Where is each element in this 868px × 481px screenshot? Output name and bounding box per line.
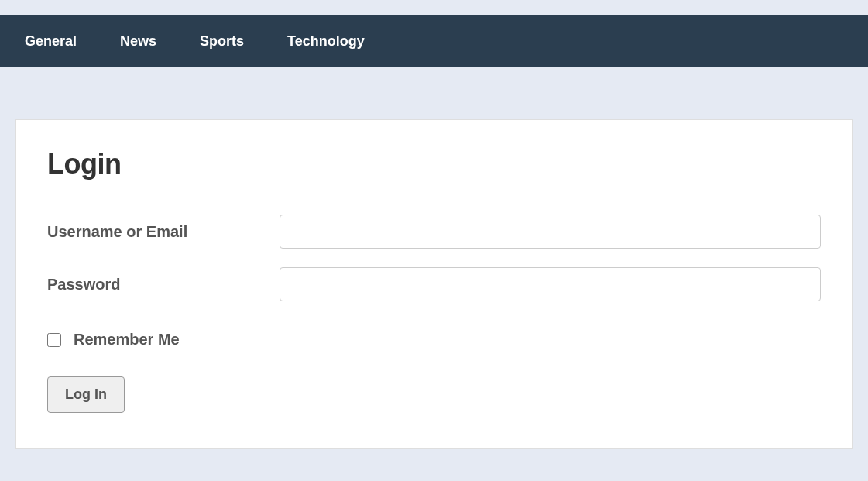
remember-row: Remember Me (47, 331, 821, 349)
nav-item-news[interactable]: News (120, 33, 156, 50)
password-input[interactable] (280, 267, 821, 301)
navbar: General News Sports Technology (0, 15, 868, 67)
password-label: Password (47, 276, 280, 294)
nav-item-sports[interactable]: Sports (200, 33, 244, 50)
page-wrapper: General News Sports Technology Login Use… (0, 0, 868, 465)
username-label: Username or Email (47, 223, 280, 241)
remember-label: Remember Me (74, 331, 180, 349)
remember-checkbox[interactable] (47, 333, 61, 347)
username-row: Username or Email (47, 215, 821, 249)
username-input[interactable] (280, 215, 821, 249)
nav-item-general[interactable]: General (25, 33, 77, 50)
login-button[interactable]: Log In (47, 376, 125, 413)
content-area: Login Username or Email Password Remembe… (0, 67, 868, 465)
nav-item-technology[interactable]: Technology (287, 33, 365, 50)
password-row: Password (47, 267, 821, 301)
login-title: Login (47, 148, 821, 180)
login-card: Login Username or Email Password Remembe… (15, 119, 853, 449)
